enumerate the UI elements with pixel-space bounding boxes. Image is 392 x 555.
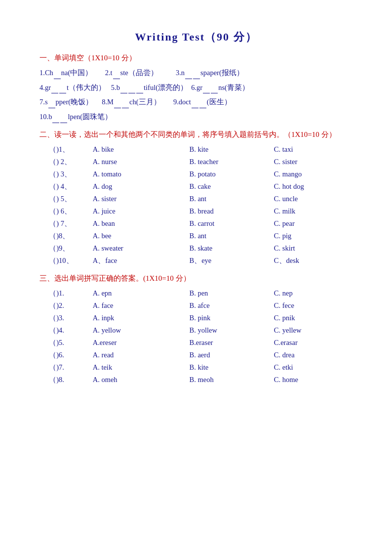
fill-blank-row-3: 7.spper(晚饭） 8.Mch(三月） 9.doct(医生）	[39, 96, 353, 108]
option-a: A. dog	[93, 180, 190, 193]
option-a: A.ereser	[93, 337, 190, 349]
bracket: （	[39, 374, 56, 386]
item-num: ) 3、	[56, 168, 92, 180]
option-b: B. carrot	[190, 217, 274, 230]
option-a: A. tomato	[93, 168, 190, 180]
option-c: C. uncle	[274, 193, 353, 205]
option-c: C. yellew	[274, 324, 353, 337]
list-item: （ ) 2、 A. nurse B. teacher C. sister	[39, 156, 353, 168]
bracket: （	[39, 312, 56, 324]
item-num: ) 5、	[56, 193, 92, 205]
option-c: C. nep	[274, 287, 353, 299]
option-a: A. teik	[93, 361, 190, 374]
option-b: B. skate	[190, 242, 274, 255]
item-num: )1、	[56, 143, 92, 156]
item-num: )1.	[56, 287, 92, 299]
bracket: （	[39, 349, 56, 361]
option-a: A. omeh	[93, 374, 190, 386]
option-c: C. pear	[274, 217, 353, 230]
bracket: （	[39, 193, 56, 205]
fill-blank-row-2: 4.grt（伟大的） 5.btiful(漂亮的） 6.grns(青菜）	[39, 82, 353, 94]
section3-title: 三、选出单词拼写正确的答案。(1X10=10 分）	[39, 274, 353, 283]
option-c: C. home	[274, 374, 353, 386]
fill-blank-row-4: 10.blpen(圆珠笔）	[39, 111, 353, 123]
item-num: ) 7、	[56, 217, 92, 230]
item-num: )9、	[56, 242, 92, 255]
item-num: )8.	[56, 374, 92, 386]
option-b: B. pen	[190, 287, 274, 299]
bracket: （	[39, 255, 56, 267]
bracket: （	[39, 337, 56, 349]
section3-table: （ )1. A. epn B. pen C. nep （ )2. A. face…	[39, 287, 353, 386]
bracket: （	[39, 180, 56, 193]
option-b: B.eraser	[190, 337, 274, 349]
section2: 二、读一读，选出一个和其他两个不同类的单词，将序号填入题前括号内。（1X10=1…	[39, 130, 353, 267]
option-c: C. hot dog	[274, 180, 353, 193]
option-a: A. epn	[93, 287, 190, 299]
option-a: A. nurse	[93, 156, 190, 168]
list-item: （ ) 4、 A. dog B. cake C. hot dog	[39, 180, 353, 193]
section1: 一、单词填空（1X10=10 分） 1.Chna(中国） 2.tste（品尝） …	[39, 53, 353, 123]
bracket: （	[39, 287, 56, 299]
option-a: A. yellow	[93, 324, 190, 337]
bracket: （	[39, 217, 56, 230]
option-a: A. face	[93, 299, 190, 312]
option-c: C. skirt	[274, 242, 353, 255]
item-num: )6.	[56, 349, 92, 361]
bracket: （	[39, 143, 56, 156]
option-b: B. afce	[190, 299, 274, 312]
bracket: （	[39, 230, 56, 242]
fill-blank-row-1: 1.Chna(中国） 2.tste（品尝） 3.nspaper(报纸）	[39, 67, 353, 79]
list-item: （ )3. A. inpk B. pink C. pnik	[39, 312, 353, 324]
option-a: A. sister	[93, 193, 190, 205]
option-c: C. taxi	[274, 143, 353, 156]
option-a: A. read	[93, 349, 190, 361]
option-a: A. bean	[93, 217, 190, 230]
option-b: B. ant	[190, 193, 274, 205]
bracket: （	[39, 299, 56, 312]
item-num: )7.	[56, 361, 92, 374]
list-item: （ )7. A. teik B. kite C. etki	[39, 361, 353, 374]
list-item: （ )4. A. yellow B. yollew C. yellew	[39, 324, 353, 337]
option-b: B. ant	[190, 230, 274, 242]
option-c: C. mango	[274, 168, 353, 180]
option-a: A. sweater	[93, 242, 190, 255]
list-item: （ )5. A.ereser B.eraser C.erasar	[39, 337, 353, 349]
option-a: A. inpk	[93, 312, 190, 324]
option-b: B. meoh	[190, 374, 274, 386]
option-b: B. aerd	[190, 349, 274, 361]
list-item: （ )10、 A、face B、eye C、desk	[39, 255, 353, 267]
bracket: （	[39, 205, 56, 217]
option-b: B. potato	[190, 168, 274, 180]
option-b: B. kite	[190, 361, 274, 374]
option-c: C. pnik	[274, 312, 353, 324]
option-c: C.erasar	[274, 337, 353, 349]
option-a: A. juice	[93, 205, 190, 217]
item-num: )4.	[56, 324, 92, 337]
option-c: C. milk	[274, 205, 353, 217]
section2-title: 二、读一读，选出一个和其他两个不同类的单词，将序号填入题前括号内。（1X10=1…	[39, 130, 353, 139]
option-c: C. drea	[274, 349, 353, 361]
section3: 三、选出单词拼写正确的答案。(1X10=10 分） （ )1. A. epn B…	[39, 274, 353, 386]
item-num: )8、	[56, 230, 92, 242]
option-a: A. bike	[93, 143, 190, 156]
option-b: B. kite	[190, 143, 274, 156]
list-item: （ ) 3、 A. tomato B. potato C. mango	[39, 168, 353, 180]
option-c: C. sister	[274, 156, 353, 168]
item-num: ) 2、	[56, 156, 92, 168]
option-b: B. bread	[190, 205, 274, 217]
item-num: )2.	[56, 299, 92, 312]
section1-title: 一、单词填空（1X10=10 分）	[39, 53, 353, 63]
option-c: C、desk	[274, 255, 353, 267]
list-item: （ )2. A. face B. afce C. fece	[39, 299, 353, 312]
list-item: （ ) 6、 A. juice B. bread C. milk	[39, 205, 353, 217]
page-title: Writing Test（90 分）	[39, 30, 353, 44]
bracket: （	[39, 156, 56, 168]
bracket: （	[39, 324, 56, 337]
section2-table: （ )1、 A. bike B. kite C. taxi （ ) 2、 A. …	[39, 143, 353, 267]
option-c: C. fece	[274, 299, 353, 312]
list-item: （ )1. A. epn B. pen C. nep	[39, 287, 353, 299]
bracket: （	[39, 361, 56, 374]
option-b: B. pink	[190, 312, 274, 324]
option-b: B. yollew	[190, 324, 274, 337]
